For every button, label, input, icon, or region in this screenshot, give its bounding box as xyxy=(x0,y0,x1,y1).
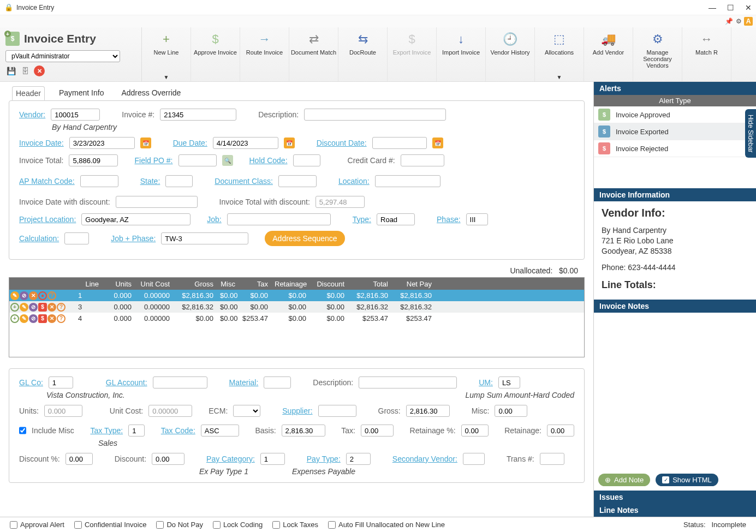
maximize-button[interactable]: ☐ xyxy=(727,3,734,12)
field-po-label[interactable]: Field PO #: xyxy=(134,156,172,165)
supplier-input[interactable] xyxy=(318,405,356,417)
hold-code-label[interactable]: Hold Code: xyxy=(249,156,288,165)
basis-input[interactable] xyxy=(282,425,325,437)
notes-area[interactable] xyxy=(594,313,756,469)
um-input[interactable] xyxy=(498,376,520,388)
credit-card-input[interactable] xyxy=(401,154,444,166)
save-icon[interactable]: 💾 xyxy=(5,65,16,76)
paycat-label[interactable]: Pay Category: xyxy=(206,455,255,463)
help-icon[interactable]: A xyxy=(744,17,753,26)
ribbon-allocations[interactable]: ⬚Allocations▼ xyxy=(535,27,584,81)
close-button[interactable]: ✕ xyxy=(745,3,752,12)
misc-input[interactable] xyxy=(495,405,527,417)
footer-opt-lock-coding[interactable]: Lock Coding xyxy=(213,521,263,529)
glco-input[interactable] xyxy=(49,376,73,388)
ribbon-docroute[interactable]: ⇆DocRoute xyxy=(338,27,388,81)
taxcode-input[interactable] xyxy=(201,425,239,437)
footer-opt-lock-taxes[interactable]: Lock Taxes xyxy=(272,521,318,529)
job-phase-input[interactable] xyxy=(161,232,248,244)
taxcode-label[interactable]: Tax Code: xyxy=(161,426,195,435)
ribbon-match-r[interactable]: ↔Match R xyxy=(682,27,731,81)
due-date-label[interactable]: Due Date: xyxy=(173,139,207,147)
alert-row[interactable]: $Invoice Exported xyxy=(594,123,756,140)
ribbon-approve-invoice[interactable]: $Approve Invoice xyxy=(191,27,240,81)
tab-payment-info[interactable]: Payment Info xyxy=(56,86,108,100)
issues-header[interactable]: Issues xyxy=(594,491,756,504)
retpct-input[interactable] xyxy=(461,425,489,437)
detail-unitcost-input[interactable] xyxy=(148,405,192,417)
paytype-label[interactable]: Pay Type: xyxy=(307,455,341,463)
state-label[interactable]: State: xyxy=(140,177,160,186)
ecm-select[interactable] xyxy=(233,405,260,417)
ribbon-new-line[interactable]: +New Line▼ xyxy=(142,27,191,81)
tax-input[interactable] xyxy=(361,425,394,437)
gross-input[interactable] xyxy=(406,405,450,417)
glacct-label[interactable]: GL Account: xyxy=(106,378,147,387)
hide-sidebar-button[interactable]: Hide Sidebar xyxy=(745,109,756,158)
disc-input[interactable] xyxy=(152,453,184,465)
calc-input[interactable] xyxy=(64,232,89,244)
tab-header[interactable]: Header xyxy=(12,86,45,100)
address-sequence-button[interactable]: Address Sequence xyxy=(265,231,344,246)
table-row[interactable]: +✎⊘$✕?30.0000.00000$2,816.32$0.00$0.00$0… xyxy=(9,301,584,313)
table-row[interactable]: ✎⊘✕●?10.0000.00000$2,816.30$0.00$0.00$0.… xyxy=(9,290,584,301)
due-date-input[interactable] xyxy=(213,137,278,149)
line-notes-header[interactable]: Line Notes xyxy=(594,504,756,517)
settings-icon[interactable]: ⚙ xyxy=(734,17,743,26)
tab-address-override[interactable]: Address Override xyxy=(118,86,184,100)
job-phase-label[interactable]: Job + Phase: xyxy=(111,234,156,243)
user-select[interactable]: pVault Administrator xyxy=(5,50,120,62)
field-po-lookup-icon[interactable]: 🔍 xyxy=(222,155,233,166)
footer-opt-do-not-pay[interactable]: Do Not Pay xyxy=(156,521,203,529)
discpct-input[interactable] xyxy=(66,453,93,465)
paytype-input[interactable] xyxy=(346,453,371,465)
calc-label[interactable]: Calculation: xyxy=(19,234,59,243)
ribbon-add-vendor[interactable]: 🚚Add Vendor xyxy=(584,27,633,81)
invoice-num-input[interactable] xyxy=(160,109,236,121)
ribbon-route-invoice[interactable]: →Route Invoice xyxy=(240,27,289,81)
footer-opt-approval-alert[interactable]: Approval Alert xyxy=(10,521,64,529)
proj-loc-input[interactable] xyxy=(81,213,191,225)
doc-class-label[interactable]: Document Class: xyxy=(215,177,273,186)
vendor-label[interactable]: Vendor: xyxy=(19,110,45,119)
proj-loc-label[interactable]: Project Location: xyxy=(19,215,76,224)
discount-date-label[interactable]: Discount Date: xyxy=(317,139,367,147)
alert-row[interactable]: $Invoice Rejected xyxy=(594,140,756,157)
database-icon[interactable]: 🗄 xyxy=(20,65,31,76)
trans-input[interactable] xyxy=(540,453,564,465)
invoice-total-input[interactable] xyxy=(69,154,118,166)
ap-match-label[interactable]: AP Match Code: xyxy=(19,177,75,186)
type-label[interactable]: Type: xyxy=(353,215,371,224)
glco-label[interactable]: GL Co: xyxy=(19,378,43,387)
secvendor-input[interactable] xyxy=(463,453,485,465)
location-input[interactable] xyxy=(375,175,440,187)
doc-class-input[interactable] xyxy=(278,175,317,187)
type-input[interactable] xyxy=(377,213,415,225)
hold-code-input[interactable] xyxy=(293,154,320,166)
footer-opt-auto-fill-unallocated-on-new-line[interactable]: Auto Fill Unallocated on New Line xyxy=(328,521,445,529)
ribbon-manage-secondary-vendors[interactable]: ⚙Manage Secondary Vendors xyxy=(633,27,682,81)
supplier-label[interactable]: Supplier: xyxy=(282,407,312,415)
secvendor-label[interactable]: Secondary Vendor: xyxy=(392,455,457,463)
material-label[interactable]: Material: xyxy=(229,378,259,387)
ribbon-vendor-history[interactable]: 🕘Vendor History xyxy=(486,27,535,81)
um-label[interactable]: UM: xyxy=(479,378,493,387)
description-input[interactable] xyxy=(304,109,446,121)
glacct-input[interactable] xyxy=(153,376,207,388)
detail-desc-input[interactable] xyxy=(359,376,457,388)
show-html-button[interactable]: ✓Show HTML xyxy=(656,474,718,486)
taxtype-label[interactable]: Tax Type: xyxy=(90,426,123,435)
material-input[interactable] xyxy=(264,376,291,388)
job-input[interactable] xyxy=(227,213,331,225)
field-po-input[interactable] xyxy=(178,154,217,166)
due-date-cal-icon[interactable]: 📅 xyxy=(284,138,295,148)
phase-input[interactable] xyxy=(466,213,488,225)
vendor-input[interactable] xyxy=(51,109,100,121)
invoice-date-input[interactable] xyxy=(69,137,135,149)
paycat-input[interactable] xyxy=(260,453,285,465)
phase-label[interactable]: Phase: xyxy=(437,215,461,224)
include-misc-checkbox[interactable] xyxy=(19,427,26,434)
discount-date-input[interactable] xyxy=(372,137,427,149)
invoice-date-cal-icon[interactable]: 📅 xyxy=(140,138,151,148)
ribbon-document-match[interactable]: ⇄Document Match xyxy=(289,27,338,81)
